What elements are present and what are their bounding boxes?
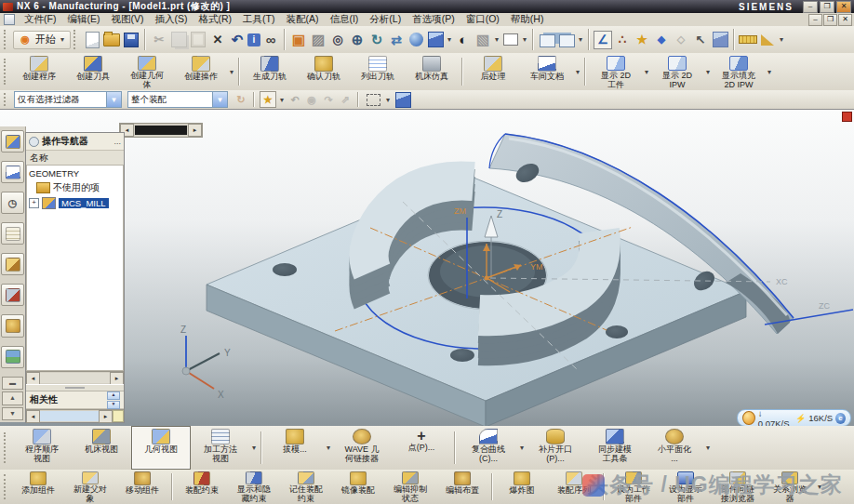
show-2d-ipw-button[interactable]: 显示 2D IPW: [650, 53, 704, 90]
new-part-icon[interactable]: [83, 31, 101, 49]
copy-icon[interactable]: [169, 31, 188, 49]
csys-dynamics-icon[interactable]: [594, 31, 612, 49]
chevron-down-icon[interactable]: [577, 35, 584, 44]
scrollbar-track[interactable]: [40, 373, 110, 383]
web-browser-tab[interactable]: [1, 346, 24, 368]
point-button[interactable]: 点(P)...: [392, 426, 451, 470]
undo-icon[interactable]: [228, 31, 247, 49]
menu-assemblies[interactable]: 装配(A): [280, 13, 324, 26]
viewport-3d[interactable]: Z ZM YM XC ZC Z Y X: [0, 110, 854, 427]
window-swap-icon[interactable]: [557, 31, 576, 49]
chevron-down-icon[interactable]: [493, 35, 500, 44]
scroll-left-button[interactable]: [26, 410, 40, 423]
spin-up-icon[interactable]: ▲: [107, 391, 120, 400]
panel-down-button[interactable]: [2, 407, 23, 420]
perspective-icon[interactable]: [407, 31, 425, 49]
history-tab[interactable]: [1, 192, 24, 214]
tree-row-unused[interactable]: 不使用的项: [27, 180, 123, 195]
dropdown-button[interactable]: [212, 91, 228, 108]
information-icon[interactable]: [247, 33, 260, 46]
menu-help[interactable]: 帮助(H): [505, 13, 550, 26]
draft-button[interactable]: 拔模...: [265, 426, 325, 470]
wave-geometry-linker-button[interactable]: WAVE 几 何链接器: [332, 426, 392, 470]
navigator-tree[interactable]: GEOMETRY 不使用的项 MCS_MILL: [26, 166, 124, 371]
dependencies-scrollbar[interactable]: [26, 409, 124, 422]
snap-midpoint-icon[interactable]: [652, 31, 671, 49]
scroll-right-button[interactable]: [99, 410, 113, 423]
synchronous-modeling-button[interactable]: 同步建模 工具条: [585, 426, 645, 470]
tree-row-geometry[interactable]: GEOMETRY: [27, 166, 123, 180]
composite-curve-button[interactable]: 复合曲线 (C)...: [459, 426, 518, 470]
redo-selection-icon[interactable]: [321, 92, 336, 107]
solid-body-filter-icon[interactable]: [394, 90, 412, 109]
face-analysis-icon[interactable]: [454, 31, 473, 49]
operation-navigator-tab[interactable]: [1, 130, 24, 153]
chevron-down-icon[interactable]: [446, 35, 453, 44]
close-button[interactable]: [836, 1, 851, 13]
navigator-hscrollbar[interactable]: [26, 371, 124, 384]
create-tool-button[interactable]: 创建刀具: [66, 53, 120, 90]
chevron-down-icon[interactable]: [325, 444, 332, 452]
chevron-down-icon[interactable]: [574, 68, 581, 76]
reset-filter-icon[interactable]: [234, 92, 248, 107]
show-hide-constraints-button[interactable]: 显示和隐 藏约束: [228, 470, 280, 504]
shop-documentation-button[interactable]: 车间文档: [520, 53, 574, 90]
rectangle-select-icon[interactable]: [364, 90, 382, 109]
chevron-down-icon[interactable]: [278, 96, 286, 104]
select-cursor-icon[interactable]: [691, 31, 710, 49]
toolbar-grip[interactable]: [73, 30, 79, 49]
verify-toolpath-button[interactable]: 确认刀轨: [297, 53, 351, 90]
pan-view-icon[interactable]: [387, 31, 406, 49]
postprocess-button[interactable]: 后处理: [466, 53, 520, 90]
edit-arrangement-button[interactable]: 编辑布置: [436, 470, 488, 504]
mcs-origin[interactable]: [485, 276, 489, 281]
recess-inner[interactable]: [440, 245, 535, 298]
plate-hole-1[interactable]: [273, 263, 297, 276]
chevron-down-icon[interactable]: [704, 444, 712, 452]
deselect-icon[interactable]: [338, 92, 353, 107]
resize-grip[interactable]: [113, 410, 124, 422]
scrollbar-track[interactable]: [40, 411, 99, 421]
scroll-right-button[interactable]: [188, 124, 202, 137]
assembly-constraints-button[interactable]: 装配约束: [176, 470, 228, 504]
zoom-icon[interactable]: [348, 31, 367, 49]
plate-hole-3[interactable]: [450, 349, 474, 362]
delete-icon[interactable]: [208, 31, 227, 49]
list-toolpath-button[interactable]: 列出刀轨: [351, 53, 405, 90]
zoom-region-icon[interactable]: [328, 31, 347, 49]
browser-icon[interactable]: e: [835, 413, 846, 424]
constraint-navigator-tab[interactable]: [1, 284, 24, 306]
copy-display-icon[interactable]: [711, 31, 729, 49]
open-icon[interactable]: [102, 31, 121, 49]
create-program-button[interactable]: 创建程序: [12, 53, 66, 90]
show-2d-workpiece-button[interactable]: 显示 2D 工件: [589, 53, 643, 90]
add-component-button[interactable]: 添加组件: [12, 470, 64, 504]
menu-information[interactable]: 信息(I): [324, 13, 364, 26]
skeleton-icon[interactable]: [613, 31, 632, 49]
program-order-view-button[interactable]: 程序顺序 视图: [12, 426, 72, 470]
paste-icon[interactable]: [189, 31, 207, 49]
chevron-down-icon[interactable]: [766, 68, 773, 76]
highlight-icon[interactable]: [304, 92, 319, 107]
undo-selection-icon[interactable]: [287, 92, 302, 107]
scrollbar-thumb[interactable]: [135, 126, 187, 135]
faceting-button[interactable]: 小平面化 ...: [645, 426, 704, 470]
network-speed-widget[interactable]: ↓ 0.07K/S ⚡ 16K/S e: [737, 409, 851, 427]
child-minimize-button[interactable]: –: [808, 14, 822, 26]
find-icon[interactable]: [261, 31, 280, 49]
edit-suppression-state-button[interactable]: 编辑抑制 状态: [384, 470, 436, 504]
ruler-icon[interactable]: [739, 31, 757, 49]
selection-scope-combo[interactable]: 整个装配: [127, 92, 228, 107]
show-filled-2d-ipw-button[interactable]: 显示填充 2D IPW: [712, 53, 766, 90]
wireframe-display-icon[interactable]: [474, 31, 492, 49]
child-close-button[interactable]: ✕: [838, 14, 852, 26]
create-new-parent-button[interactable]: 新建父对 象: [64, 470, 116, 504]
create-operation-button[interactable]: 创建操作: [174, 53, 228, 90]
remember-constraints-button[interactable]: 记住装配 约束: [280, 470, 332, 504]
scroll-left-button[interactable]: [26, 372, 40, 385]
fit-view-icon[interactable]: [289, 31, 308, 49]
menu-tools[interactable]: 工具(T): [237, 13, 280, 26]
machining-method-view-button[interactable]: 加工方法 视图: [191, 426, 250, 470]
menu-insert[interactable]: 插入(S): [149, 13, 193, 26]
toolbar-grip[interactable]: [4, 30, 9, 49]
